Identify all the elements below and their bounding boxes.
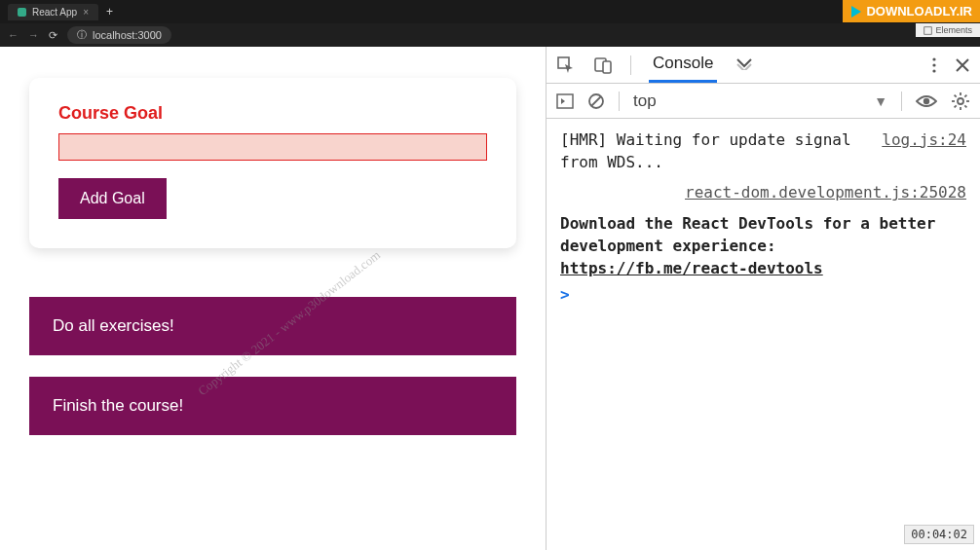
box-icon: [923, 26, 932, 35]
elements-mini-tab: Elements: [916, 23, 980, 37]
reload-icon[interactable]: ⟳: [49, 29, 57, 42]
svg-line-19: [964, 94, 966, 96]
log-source-link[interactable]: react-dom.development.js:25028: [685, 181, 966, 203]
address-bar-row: ← → ⟳ ⓘ localhost:3000: [0, 23, 980, 47]
log-entry: react-dom.development.js:25028: [560, 181, 966, 203]
log-source-link[interactable]: log.js:24: [882, 128, 966, 173]
goal-item[interactable]: Finish the course!: [29, 377, 516, 435]
svg-point-4: [932, 57, 935, 60]
devtools-tab-bar: Console: [547, 47, 980, 84]
svg-rect-3: [603, 61, 611, 73]
address-bar[interactable]: ⓘ localhost:3000: [67, 26, 171, 44]
console-toolbar: top ▼: [547, 84, 980, 119]
tab-console[interactable]: Console: [649, 47, 717, 83]
elements-label: Elements: [935, 25, 972, 35]
site-info-icon[interactable]: ⓘ: [77, 28, 87, 42]
separator: [630, 55, 631, 75]
svg-line-9: [591, 96, 601, 106]
separator: [901, 92, 902, 111]
context-selector[interactable]: top: [633, 92, 784, 111]
download-badge: DOWNLOADLY.IR: [843, 0, 980, 22]
chevron-down-icon[interactable]: ▼: [874, 93, 887, 109]
play-icon: [851, 6, 861, 18]
browser-tab[interactable]: React App ×: [8, 4, 98, 20]
log-message: Download the React DevTools for a better…: [560, 214, 935, 255]
console-output: [HMR] Waiting for update signal from WDS…: [547, 119, 980, 315]
goals-list: Do all exercises! Finish the course!: [29, 297, 516, 435]
goal-form-card: Course Goal Add Goal: [29, 78, 516, 248]
svg-rect-0: [924, 26, 932, 34]
svg-line-16: [955, 94, 957, 96]
svg-point-10: [923, 97, 929, 103]
close-tab-icon[interactable]: ×: [83, 7, 89, 18]
log-message: [HMR] Waiting for update signal from WDS…: [560, 128, 872, 173]
context-label: top: [633, 92, 657, 111]
course-goal-label: Course Goal: [58, 103, 487, 124]
course-goal-input[interactable]: [58, 133, 487, 161]
new-tab-button[interactable]: +: [106, 5, 113, 18]
live-expression-icon[interactable]: [916, 93, 937, 109]
goal-item[interactable]: Do all exercises!: [29, 297, 516, 355]
log-entry: Download the React DevTools for a better…: [560, 212, 966, 280]
console-sidebar-toggle-icon[interactable]: [556, 93, 574, 109]
kebab-menu-icon[interactable]: [931, 55, 937, 75]
download-badge-text: DOWNLOADLY.IR: [866, 4, 972, 18]
add-goal-button[interactable]: Add Goal: [58, 178, 167, 219]
device-toggle-icon[interactable]: [593, 55, 613, 75]
log-link[interactable]: https://fb.me/react-devtools: [560, 259, 823, 277]
svg-point-11: [958, 98, 963, 104]
svg-line-18: [955, 105, 957, 107]
app-pane: Course Goal Add Goal Do all exercises! F…: [0, 47, 546, 550]
back-icon[interactable]: ←: [8, 29, 19, 41]
separator: [619, 92, 620, 111]
clear-console-icon[interactable]: [587, 92, 605, 110]
favicon-icon: [18, 8, 26, 17]
svg-line-17: [964, 105, 966, 107]
url-text: localhost:3000: [93, 29, 162, 41]
svg-point-6: [932, 69, 935, 72]
forward-icon[interactable]: →: [28, 29, 39, 41]
log-entry: [HMR] Waiting for update signal from WDS…: [560, 128, 966, 173]
tab-title: React App: [32, 7, 77, 18]
devtools-panel: Console top ▼: [546, 47, 980, 550]
console-settings-icon[interactable]: [951, 92, 970, 111]
inspect-element-icon[interactable]: [556, 55, 576, 75]
close-devtools-icon[interactable]: [955, 57, 970, 73]
browser-tab-bar: React App × +: [0, 0, 980, 23]
svg-point-5: [932, 63, 935, 66]
video-timestamp: 00:04:02: [904, 525, 974, 544]
console-prompt[interactable]: >: [560, 283, 966, 306]
more-tabs-icon[interactable]: [735, 56, 754, 74]
